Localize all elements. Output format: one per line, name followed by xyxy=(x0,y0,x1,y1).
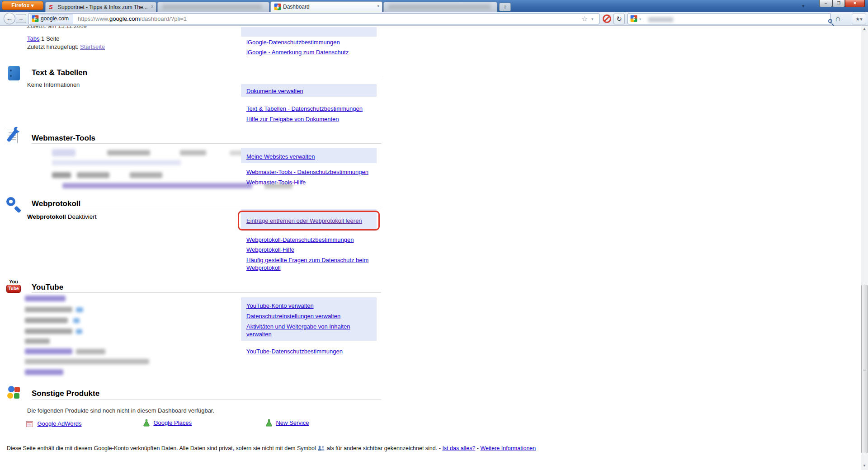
bookmark-star-icon[interactable]: ☆ xyxy=(581,14,588,23)
docs-help-link[interactable]: Hilfe zur Freigabe von Dokumenten xyxy=(246,116,339,122)
youtube-icon: You Tube xyxy=(6,279,21,294)
webmaster-tools-icon xyxy=(7,130,18,143)
blurred-content xyxy=(180,150,206,155)
reload-button[interactable]: ↻ xyxy=(613,14,625,24)
web-history-magnifier-icon xyxy=(6,197,22,212)
startseite-link[interactable]: Startseite xyxy=(80,43,105,50)
bookmarks-menu-button[interactable]: ★▾ xyxy=(852,14,866,24)
shared-people-icon xyxy=(317,446,325,451)
browser-window: Firefox ▾ S Supportnet - Tipps & Infos z… xyxy=(0,0,868,470)
webhistory-faq-link[interactable]: Häufig gestellte Fragen zum Datenschutz … xyxy=(246,256,380,272)
blurred-content xyxy=(62,183,252,188)
is-that-all-link[interactable]: Ist das alles? xyxy=(442,445,475,451)
youtube-activity-link[interactable]: Aktivitäten und Weitergabe von Inhalten … xyxy=(246,323,371,338)
restore-button[interactable]: ❐ xyxy=(832,0,845,7)
flask-icon xyxy=(266,419,272,427)
google-products-icon xyxy=(7,386,21,400)
blurred-content xyxy=(76,349,105,354)
section-title-youtube: YouTube xyxy=(32,283,63,292)
tab-label: Dashboard xyxy=(283,4,310,10)
highlight-strip-cut xyxy=(241,27,377,37)
blurred-content xyxy=(77,172,109,178)
webmaster-privacy-link[interactable]: Webmaster-Tools - Datenschutzbestimmunge… xyxy=(246,169,368,175)
section-title-webhistory: Webprotokoll xyxy=(32,199,80,208)
blurred-content xyxy=(25,338,50,344)
blurred-content xyxy=(76,307,83,312)
search-engine-caret-icon[interactable]: ▾ xyxy=(639,17,641,21)
minimize-button[interactable]: – xyxy=(819,0,832,7)
new-service-link[interactable]: New Service xyxy=(276,419,309,426)
webhistory-help-link[interactable]: Webprotokoll-Hilfe xyxy=(246,246,294,253)
search-engine-icon[interactable]: g xyxy=(630,15,637,22)
blurred-content xyxy=(107,150,150,155)
titlebar: Firefox ▾ S Supportnet - Tipps & Infos z… xyxy=(0,0,868,12)
google-favicon: g xyxy=(32,15,38,22)
close-button[interactable]: ✕ xyxy=(845,0,865,7)
blurred-content xyxy=(25,296,66,301)
youtube-privacy-settings-link[interactable]: Datenschutzeinstellungen verwalten xyxy=(246,312,372,320)
docs-manage-box: Dokumente verwalten xyxy=(241,84,377,97)
product-new-service: New Service xyxy=(266,419,309,428)
site-identity-chip[interactable]: g google.com xyxy=(30,14,73,24)
youtube-account-link[interactable]: YouTube-Konto verwalten xyxy=(246,302,372,310)
new-tab-button[interactable]: + xyxy=(499,3,511,11)
section-title-webmaster: Webmaster-Tools xyxy=(32,134,95,143)
url-text: https://www.google.com/dashboard/?pli=1 xyxy=(78,15,187,22)
firefox-menu-button[interactable]: Firefox ▾ xyxy=(2,1,43,10)
tab-blurred-2[interactable] xyxy=(383,2,497,12)
webhistory-status: Webprotokoll Deaktiviert xyxy=(27,213,97,220)
home-button[interactable]: ⌂ xyxy=(835,14,840,24)
docs-manage-link[interactable]: Dokumente verwalten xyxy=(246,88,303,94)
webhistory-privacy-link[interactable]: Webprotokoll-Datenschutzbestimmungen xyxy=(246,236,354,243)
more-info-link[interactable]: Weitere Informationen xyxy=(480,445,536,451)
webmaster-manage-link[interactable]: Meine Websites verwalten xyxy=(246,153,315,160)
flask-icon xyxy=(143,419,150,427)
blurred-content xyxy=(25,329,72,334)
adwords-icon xyxy=(26,421,33,427)
tab-close-icon[interactable]: x xyxy=(377,4,380,8)
section-title-docs: Text & Tabellen xyxy=(32,68,87,77)
adblock-icon[interactable] xyxy=(603,14,611,23)
places-link[interactable]: Google Places xyxy=(153,419,192,426)
blurred-content xyxy=(25,359,149,364)
docs-left-text: Keine Informationen xyxy=(27,81,80,88)
blurred-search-term xyxy=(648,17,673,22)
scroll-down-icon[interactable]: ▼ xyxy=(862,464,867,468)
youtube-manage-box: YouTube-Konto verwalten Datenschutzeinst… xyxy=(241,297,377,341)
tabs-link[interactable]: Tabs xyxy=(27,35,39,42)
docs-privacy-link[interactable]: Text & Tabellen - Datenschutzbestimmunge… xyxy=(246,105,363,112)
tab-label: Supportnet - Tipps & Infos zum The... xyxy=(58,4,148,10)
webmaster-help-link[interactable]: Webmaster-Tools-Hilfe xyxy=(246,179,306,186)
section-rule xyxy=(32,143,381,144)
tab-dashboard[interactable]: g Dashboard x xyxy=(270,1,382,12)
tabs-summary: Tabs 1 Seite xyxy=(27,35,60,42)
product-places: Google Places xyxy=(143,419,192,428)
igoogle-privacy-link[interactable]: iGoogle-Datenschutzbestimmungen xyxy=(246,39,340,46)
youtube-privacy-link[interactable]: YouTube-Datenschutzbestimmungen xyxy=(246,348,343,355)
scrollbar-thumb[interactable] xyxy=(861,285,868,453)
section-title-other: Sonstige Produkte xyxy=(32,389,99,398)
blurred-content xyxy=(130,172,162,178)
tab-close-icon[interactable]: x xyxy=(151,4,154,9)
section-rule xyxy=(32,292,381,293)
blurred-content xyxy=(25,307,72,312)
list-all-tabs-caret-icon[interactable]: ▾ xyxy=(802,3,805,9)
blurred-tab-title xyxy=(388,5,491,10)
blurred-content xyxy=(73,318,80,323)
tab-supportnet[interactable]: S Supportnet - Tipps & Infos zum The... … xyxy=(45,2,156,12)
clipped-text-row: Zuletzt: am 15.11.2009 xyxy=(27,26,163,31)
tab-blurred-1[interactable] xyxy=(157,2,269,12)
docs-icon xyxy=(8,66,20,80)
adwords-link[interactable]: Google AdWords xyxy=(37,420,81,427)
blurred-content xyxy=(25,348,72,354)
blurred-content xyxy=(52,160,181,165)
last-added-row: Zuletzt hinzugefügt: Startseite xyxy=(27,43,105,50)
back-button[interactable]: ← xyxy=(4,13,15,24)
scroll-up-icon[interactable]: ▲ xyxy=(862,27,867,31)
forward-button[interactable]: → xyxy=(16,14,26,23)
bookmark-caret-icon[interactable]: ▾ xyxy=(591,17,594,21)
blurred-content xyxy=(76,329,82,334)
webhistory-clear-link[interactable]: Einträge entfernen oder Webprotokoll lee… xyxy=(246,217,362,224)
igoogle-privacy-note-link[interactable]: iGoogle - Anmerkung zum Datenschutz xyxy=(246,49,349,56)
blurred-tab-title xyxy=(162,5,262,10)
